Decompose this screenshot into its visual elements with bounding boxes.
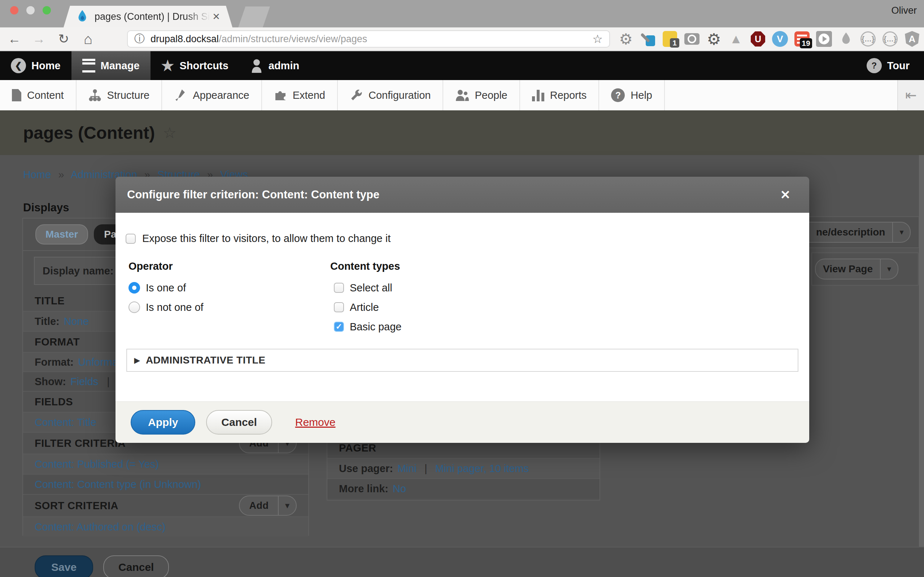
drupal-extension-icon[interactable] bbox=[838, 31, 854, 47]
favorite-star-icon[interactable]: ☆ bbox=[163, 124, 176, 142]
home-icon[interactable]: ⌂ bbox=[77, 27, 99, 50]
play-extension-icon[interactable] bbox=[816, 31, 832, 47]
radio-is-one-of[interactable] bbox=[129, 282, 140, 293]
menu-item-extend[interactable]: Extend bbox=[262, 80, 338, 110]
braces-extension-icon[interactable]: {…} bbox=[860, 31, 876, 47]
configure-filter-dialog: Configure filter criterion: Content: Con… bbox=[115, 177, 809, 443]
page-cancel-button[interactable]: Cancel bbox=[103, 555, 169, 577]
menu-item-reports[interactable]: Reports bbox=[520, 80, 599, 110]
sort-add-caret-icon[interactable]: ▾ bbox=[278, 496, 296, 515]
reload-icon[interactable]: ↻ bbox=[53, 27, 74, 50]
traffic-light-zoom-icon[interactable] bbox=[43, 6, 51, 15]
more-link-value[interactable]: No bbox=[393, 483, 406, 495]
operator-option-is-one-of[interactable]: Is one of bbox=[129, 282, 204, 294]
forward-icon[interactable]: → bbox=[28, 27, 50, 50]
toolbar-item-home[interactable]: ❮ Home bbox=[0, 51, 71, 80]
menu-item-people[interactable]: People bbox=[443, 80, 520, 110]
extensions-row: ⚙ 1 ⚙ ▲ U V bbox=[618, 27, 924, 50]
address-bar[interactable]: ⓘ drupal8.docksal /admin/structure/views… bbox=[127, 30, 610, 48]
toolbar-item-manage[interactable]: Manage bbox=[71, 51, 150, 80]
title-value-link[interactable]: None bbox=[64, 316, 89, 327]
save-button[interactable]: Save bbox=[35, 555, 93, 577]
expose-filter-checkbox[interactable] bbox=[126, 234, 136, 244]
dark-gear-extension-icon[interactable]: ⚙ bbox=[706, 31, 722, 47]
toolbar-collapse-button[interactable]: ⇤ bbox=[897, 80, 924, 110]
gear-extension-icon[interactable]: ⚙ bbox=[618, 31, 634, 47]
menu-label: Reports bbox=[550, 89, 587, 102]
content-type-option-basic-page[interactable]: ✓ Basic page bbox=[334, 321, 402, 333]
todoist-extension-icon[interactable]: 19 bbox=[794, 31, 810, 47]
menu-item-content[interactable]: Content bbox=[0, 80, 76, 110]
menu-item-help[interactable]: ? Help bbox=[599, 80, 665, 110]
expose-filter-label: Expose this filter to visitors, to allow… bbox=[142, 233, 391, 245]
breadcrumb-home[interactable]: Home bbox=[23, 169, 51, 180]
camera-extension-icon[interactable] bbox=[684, 31, 700, 47]
use-pager-link[interactable]: Mini bbox=[397, 463, 417, 475]
article-checkbox[interactable] bbox=[334, 302, 344, 312]
browser-tab[interactable]: pages (Content) | Drush Site-In ✕ bbox=[63, 6, 233, 27]
ublock-extension-icon[interactable]: U bbox=[750, 31, 766, 47]
page-info-icon[interactable]: ⓘ bbox=[134, 32, 145, 46]
toolbar-item-tour[interactable]: ? Tour bbox=[856, 51, 924, 80]
sort-add-button[interactable]: Add ▾ bbox=[239, 495, 297, 516]
filter-row: Content: Content type (in Unknown) bbox=[23, 474, 308, 494]
fields-row-link[interactable]: Content: Title bbox=[35, 416, 96, 429]
menu-item-configuration[interactable]: Configuration bbox=[338, 80, 444, 110]
colorpicker-extension-icon[interactable] bbox=[640, 31, 656, 47]
tab-close-icon[interactable]: ✕ bbox=[212, 11, 220, 23]
toolbar-manage-label: Manage bbox=[101, 60, 140, 72]
breadcrumb-sep: » bbox=[58, 169, 64, 180]
toolbar-item-shortcuts[interactable]: ★ Shortcuts bbox=[150, 51, 239, 80]
content-type-option-select-all[interactable]: Select all bbox=[334, 282, 402, 294]
back-icon[interactable]: ← bbox=[3, 27, 25, 50]
browser-profile-name[interactable]: Oliver bbox=[891, 5, 917, 16]
dialog-close-icon[interactable]: ✕ bbox=[780, 187, 791, 202]
view-page-caret-icon[interactable]: ▾ bbox=[880, 259, 898, 279]
toolbar-home-label: Home bbox=[31, 60, 61, 72]
v-extension-icon[interactable]: V bbox=[772, 31, 788, 47]
new-tab-button[interactable] bbox=[238, 6, 270, 27]
radio-is-not-one-of[interactable] bbox=[129, 301, 140, 313]
content-types-column: Content types Select all Article ✓ Basic… bbox=[330, 260, 402, 340]
menu-item-structure[interactable]: Structure bbox=[76, 80, 162, 110]
toolbar-tour-label: Tour bbox=[887, 60, 909, 72]
hamburger-icon bbox=[82, 59, 95, 73]
browser-tab-strip: pages (Content) | Drush Site-In ✕ Oliver bbox=[0, 0, 924, 27]
traffic-light-minimize-icon[interactable] bbox=[26, 6, 35, 15]
sort-authored-link[interactable]: Content: Authored on (desc) bbox=[35, 521, 166, 533]
content-type-option-article[interactable]: Article bbox=[334, 301, 402, 313]
format-value-link[interactable]: Unforma bbox=[78, 356, 118, 368]
tab-master[interactable]: Master bbox=[36, 224, 88, 245]
bookmark-star-icon[interactable]: ☆ bbox=[592, 32, 603, 46]
structure-icon bbox=[89, 89, 102, 102]
edit-name-description-button[interactable]: ne/description ▾ bbox=[809, 222, 911, 243]
name-description-caret-icon[interactable]: ▾ bbox=[892, 222, 910, 242]
filter-published-link[interactable]: Content: Published (= Yes) bbox=[35, 458, 159, 470]
drive-extension-icon[interactable]: ▲ bbox=[728, 31, 744, 47]
bottom-actions: Save Cancel bbox=[0, 547, 924, 577]
toolbar-item-admin[interactable]: admin bbox=[239, 51, 310, 80]
dialog-header[interactable]: Configure filter criterion: Content: Con… bbox=[115, 177, 809, 213]
remove-link[interactable]: Remove bbox=[295, 416, 336, 429]
fieldset-label: ADMINISTRATIVE TITLE bbox=[146, 355, 265, 366]
basic-page-checkbox[interactable]: ✓ bbox=[334, 322, 344, 332]
operator-option-is-not-one-of[interactable]: Is not one of bbox=[129, 301, 204, 313]
apply-button[interactable]: Apply bbox=[131, 410, 195, 435]
menu-item-appearance[interactable]: Appearance bbox=[162, 80, 262, 110]
scroll-gutter[interactable] bbox=[919, 155, 924, 577]
show-value-link[interactable]: Fields bbox=[70, 376, 98, 388]
administrative-title-fieldset[interactable]: ▶ ADMINISTRATIVE TITLE bbox=[126, 349, 798, 372]
filter-content-type-link[interactable]: Content: Content type (in Unknown) bbox=[35, 479, 201, 490]
use-pager-row: Use pager: Mini | Mini pager, 10 items bbox=[327, 458, 599, 478]
pager-detail-link[interactable]: Mini pager, 10 items bbox=[435, 463, 529, 475]
traffic-light-close-icon[interactable] bbox=[10, 6, 18, 15]
fieldset-expand-icon[interactable]: ▶ bbox=[134, 356, 140, 364]
braces2-extension-icon[interactable]: {…} bbox=[882, 31, 898, 47]
view-page-button[interactable]: View Page ▾ bbox=[815, 259, 898, 279]
screenshot-extension-icon[interactable]: 1 bbox=[662, 31, 678, 47]
select-all-checkbox[interactable] bbox=[334, 283, 344, 293]
angular-extension-icon[interactable]: A bbox=[904, 31, 920, 47]
menu-label: Configuration bbox=[368, 89, 431, 102]
drupal-toolbar: ❮ Home Manage ★ Shortcuts admin ? Tour bbox=[0, 51, 924, 80]
cancel-button[interactable]: Cancel bbox=[206, 410, 272, 435]
